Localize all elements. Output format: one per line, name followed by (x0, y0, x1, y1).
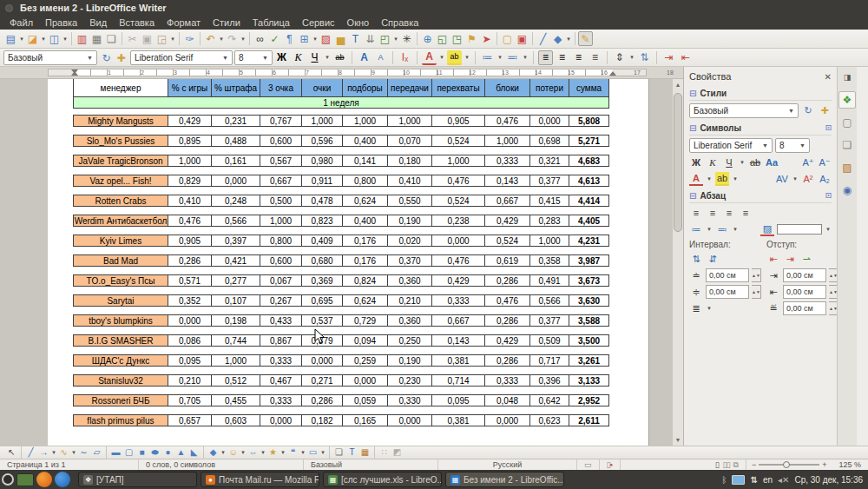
stat-cell[interactable]: 0,603 (211, 414, 260, 426)
font-color-icon-dropdown[interactable]: ▾ (438, 54, 445, 61)
menu-Вид[interactable]: Вид (83, 17, 113, 28)
subscript-icon[interactable]: A₂ (818, 172, 832, 186)
align-center-icon[interactable]: ≡ (555, 50, 569, 65)
stat-cell[interactable]: 0,381 (431, 354, 485, 367)
indent-increase-icon[interactable]: ⇥ (661, 50, 676, 65)
chevron-down-icon[interactable]: ▼ (219, 55, 228, 61)
numbering-icon-dropdown[interactable]: ▾ (522, 54, 529, 61)
stat-cell[interactable]: 0,000 (168, 314, 212, 327)
column-header[interactable]: подборы (342, 79, 388, 97)
section-styles[interactable]: ⊟ Стили (689, 86, 832, 101)
character-spacing-dropdown[interactable]: ▾ (792, 175, 799, 182)
stat-cell[interactable]: 0,667 (431, 314, 485, 327)
update-style-icon[interactable]: ↻ (99, 50, 114, 65)
stat-cell[interactable]: 0,286 (484, 274, 530, 287)
ellipse-icon[interactable]: ⬬ (148, 447, 161, 459)
stat-cell[interactable]: 0,271 (301, 374, 343, 387)
numbering-icon[interactable]: ≕ (505, 50, 520, 65)
indent-marker-right[interactable] (609, 71, 616, 76)
stat-cell[interactable]: 0,429 (484, 215, 530, 227)
chevron-down-icon[interactable]: ▼ (796, 142, 806, 149)
font-size-combo[interactable]: 8 ▼ (234, 50, 273, 65)
stat-cell[interactable]: 0,567 (260, 155, 302, 167)
stat-cell[interactable]: 0,210 (387, 294, 432, 307)
column-header[interactable]: % с игры (168, 79, 212, 97)
page-style[interactable]: Базовый (304, 459, 438, 470)
line-icon[interactable]: ╱ (24, 447, 37, 459)
stat-cell[interactable]: 0,823 (301, 215, 343, 227)
bold-icon[interactable]: Ж (274, 50, 289, 65)
endnote-icon[interactable]: ◳ (450, 31, 464, 46)
stat-cell[interactable]: 0,524 (484, 235, 530, 247)
insert-table-icon[interactable]: ⊞ (297, 31, 312, 46)
grow-font-icon[interactable]: A (357, 50, 372, 65)
stat-cell[interactable]: 0,512 (211, 374, 260, 387)
sum-cell[interactable]: 4,414 (569, 195, 609, 207)
stat-cell[interactable]: 0,596 (301, 135, 343, 147)
vertical-scrollbar[interactable]: ▲ ▼ (672, 79, 683, 446)
basic-shapes-icon[interactable]: ◆ (207, 447, 220, 459)
square-icon[interactable]: ■ (135, 447, 148, 459)
highlight-dropdown[interactable]: ▾ (732, 175, 739, 182)
bold-icon[interactable]: Ж (689, 155, 703, 169)
stat-cell[interactable]: 0,086 (168, 334, 212, 347)
stat-cell[interactable]: 0,231 (211, 115, 260, 127)
stat-cell[interactable]: 0,571 (168, 274, 212, 287)
stat-cell[interactable]: 0,657 (168, 414, 212, 426)
sum-cell[interactable]: 4,231 (569, 235, 609, 247)
system-menu-icon[interactable] (2, 473, 14, 486)
stat-cell[interactable]: 0,524 (431, 135, 485, 147)
stat-cell[interactable]: 0,476 (484, 294, 530, 307)
team-name-cell[interactable]: TO.o_Easy's Псы (73, 274, 168, 287)
print-preview-icon[interactable]: ❏ (104, 31, 119, 46)
stat-cell[interactable]: 0,286 (484, 314, 530, 327)
chevron-down-icon[interactable]: ▼ (259, 55, 268, 61)
paste-icon[interactable]: ◲ (155, 31, 169, 46)
paste-icon-dropdown[interactable]: ▾ (169, 36, 176, 43)
stat-cell[interactable]: 0,800 (342, 175, 388, 187)
insert-textbox-icon[interactable]: T (348, 31, 363, 46)
stat-cell[interactable]: 0,455 (211, 394, 260, 406)
stat-cell[interactable]: 0,409 (301, 235, 343, 247)
menu-Сервис[interactable]: Сервис (296, 17, 341, 28)
stat-cell[interactable]: 0,180 (387, 155, 432, 167)
section-character[interactable]: ⊟ Символы ⊡ (689, 121, 832, 135)
team-name-cell[interactable]: Mighty Mangusts (73, 115, 168, 127)
zoom-out-icon[interactable]: − (752, 460, 756, 469)
insert-field-icon-dropdown[interactable]: ▾ (392, 36, 399, 43)
insert-field-icon[interactable]: ◰ (378, 31, 392, 46)
sidebar-font-combo[interactable]: Liberation Serif ▼ (689, 138, 773, 153)
save-icon[interactable]: ◫ (47, 31, 62, 46)
document-page[interactable]: менеджер% с игры% штрафа3 очкаочкиподбор… (48, 79, 649, 446)
sum-cell[interactable]: 3,133 (569, 374, 609, 387)
stat-cell[interactable]: 1,000 (168, 155, 212, 167)
callouts-icon-dropdown[interactable]: ▾ (299, 449, 306, 456)
freeform-line-icon[interactable]: ∼ (77, 447, 90, 459)
thunderbird-launcher-icon[interactable] (55, 472, 70, 487)
strikethrough-icon[interactable]: ab (748, 155, 762, 169)
stat-cell[interactable]: 1,000 (301, 115, 343, 127)
stat-cell[interactable]: 0,176 (342, 254, 388, 267)
stat-cell[interactable]: 0,377 (529, 175, 569, 187)
sum-cell[interactable]: 3,630 (569, 294, 609, 307)
curve-icon-dropdown[interactable]: ▾ (70, 449, 77, 456)
numbering-dropdown[interactable]: ▾ (732, 226, 739, 233)
underline-icon-dropdown[interactable]: ▾ (324, 54, 331, 61)
collapse-icon[interactable]: ⊟ (689, 89, 696, 98)
align-left-icon[interactable]: ≡ (689, 206, 703, 220)
stat-cell[interactable]: 0,410 (168, 195, 212, 207)
team-name-cell[interactable]: Vaz opel... Fish! (73, 175, 168, 187)
stat-cell[interactable]: 0,410 (387, 175, 432, 187)
stat-cell[interactable]: 0,000 (301, 354, 343, 367)
stat-cell[interactable]: 0,141 (342, 155, 388, 167)
stat-cell[interactable]: 0,698 (529, 135, 569, 147)
bookmark-icon[interactable]: ⚑ (464, 31, 479, 46)
isosceles-triangle-icon[interactable]: ▲ (174, 447, 187, 459)
redo-icon[interactable]: ↷ (225, 31, 240, 46)
menu-Таблица[interactable]: Таблица (247, 17, 296, 28)
stat-cell[interactable]: 0,250 (387, 334, 432, 347)
increase-indent-icon[interactable]: ⇤ (766, 252, 780, 266)
column-header[interactable]: очки (301, 79, 343, 97)
stat-cell[interactable]: 0,980 (301, 155, 343, 167)
stat-cell[interactable]: 0,624 (342, 294, 388, 307)
